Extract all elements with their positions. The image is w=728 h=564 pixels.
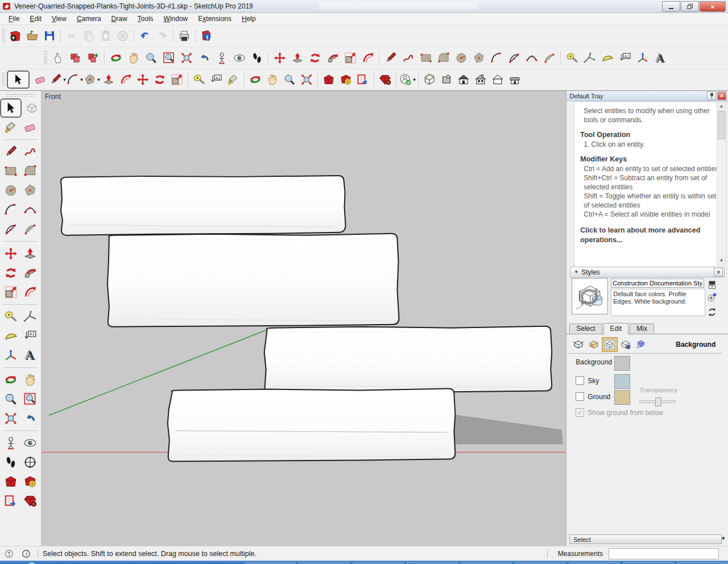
scrollbar-thumb[interactable]: [718, 111, 725, 139]
expand-arrow-icon[interactable]: ▼: [721, 536, 726, 541]
previous-view-button[interactable]: [195, 49, 213, 67]
model-canvas[interactable]: Front: [42, 91, 566, 546]
ground-checkbox[interactable]: [576, 392, 584, 401]
pie-button[interactable]: [21, 220, 39, 238]
3d-warehouse-button[interactable]: [320, 71, 337, 88]
background-settings-button[interactable]: [602, 337, 618, 352]
styles-close-button[interactable]: ×: [714, 268, 723, 276]
3d-text-button[interactable]: [21, 346, 39, 364]
rotated-rectangle-button[interactable]: [435, 49, 452, 67]
tape-measure-button[interactable]: [563, 49, 581, 67]
look-around-button[interactable]: [21, 434, 39, 452]
paint-bucket-button[interactable]: [225, 71, 242, 88]
undo-button[interactable]: [136, 27, 154, 44]
freehand-button[interactable]: [399, 49, 417, 67]
text-button[interactable]: [616, 49, 634, 67]
pin-button[interactable]: [707, 92, 716, 100]
hand-select-button[interactable]: [49, 49, 67, 67]
tab-select[interactable]: Select: [569, 324, 602, 334]
pan-button[interactable]: [264, 71, 281, 88]
push-pull-button[interactable]: [100, 71, 117, 88]
view-front-button[interactable]: [455, 71, 472, 88]
look-around-button[interactable]: [230, 49, 248, 67]
menu-file[interactable]: File: [3, 14, 24, 24]
menu-draw[interactable]: Draw: [106, 14, 133, 24]
rectangle-button[interactable]: [417, 49, 435, 67]
windows-taskbar[interactable]: [0, 561, 728, 564]
show-ground-checkbox[interactable]: ✓: [576, 408, 584, 417]
push-pull-button[interactable]: [21, 244, 39, 263]
zoom-extents-button[interactable]: [2, 409, 20, 428]
paint-bucket-button[interactable]: [2, 118, 20, 136]
eraser-button[interactable]: [21, 118, 39, 136]
ground-color-swatch[interactable]: [614, 390, 630, 405]
3d-text-button[interactable]: [651, 49, 669, 67]
send-to-layout-button[interactable]: [2, 492, 20, 510]
open-button[interactable]: [24, 27, 41, 44]
zoom-button[interactable]: [142, 49, 160, 67]
tray-close-button[interactable]: ×: [717, 92, 726, 100]
menu-extensions[interactable]: Extensions: [193, 14, 237, 24]
toolbar-grip[interactable]: [44, 51, 47, 65]
dimension-button[interactable]: [21, 308, 39, 326]
3d-warehouse-button[interactable]: [2, 472, 20, 491]
position-camera-button[interactable]: [2, 434, 20, 452]
position-texture-button[interactable]: [67, 49, 84, 67]
face-settings-button[interactable]: [586, 338, 601, 351]
geolocation-button[interactable]: [3, 548, 15, 559]
dropdown-arrow-icon[interactable]: ▾: [413, 77, 416, 82]
close-button[interactable]: ×: [700, 1, 726, 12]
scale-button[interactable]: [341, 49, 359, 67]
two-point-arc-button[interactable]: [487, 49, 505, 67]
menu-view[interactable]: View: [47, 14, 72, 24]
previous-view-button[interactable]: [21, 409, 39, 428]
send-to-layout-button[interactable]: [354, 71, 371, 88]
section-plane-button[interactable]: [21, 453, 39, 471]
protractor-button[interactable]: [598, 49, 616, 67]
menu-tools[interactable]: Tools: [133, 14, 159, 24]
offset-button[interactable]: [359, 49, 377, 67]
line-button[interactable]: [382, 49, 399, 67]
axes-button[interactable]: [634, 49, 651, 67]
print-button[interactable]: [176, 27, 193, 44]
freehand-button[interactable]: [21, 143, 39, 161]
select-button[interactable]: [0, 98, 22, 118]
tab-edit[interactable]: Edit: [603, 323, 629, 334]
follow-me-button[interactable]: [21, 264, 39, 282]
follow-me-button[interactable]: [324, 49, 341, 67]
toolbar-grip[interactable]: [6, 93, 35, 97]
menu-window[interactable]: Window: [159, 14, 193, 24]
zoom-button[interactable]: [281, 71, 298, 88]
title-bar[interactable]: Veneer-Quarried-Snapped-Planks-Tight-Joi…: [0, 0, 728, 13]
toolbar-grip[interactable]: [2, 28, 5, 43]
view-back-button[interactable]: [489, 71, 506, 88]
move-button[interactable]: [134, 71, 151, 88]
update-style-button[interactable]: [706, 306, 718, 318]
plank-second[interactable]: [107, 234, 399, 327]
text-button[interactable]: [21, 327, 39, 345]
toolbar-grip[interactable]: [2, 72, 5, 87]
position-camera-button[interactable]: [213, 49, 230, 67]
three-point-arc-button[interactable]: [523, 49, 540, 67]
offset-button[interactable]: [117, 71, 134, 88]
collapse-triangle-icon[interactable]: ▼: [574, 269, 578, 275]
circle-button[interactable]: [452, 49, 470, 67]
extension-warehouse-button[interactable]: [377, 71, 394, 88]
watermark-settings-button[interactable]: [618, 338, 633, 351]
sector-button[interactable]: [540, 49, 558, 67]
view-right-button[interactable]: [472, 71, 489, 88]
walk-button[interactable]: [2, 453, 20, 471]
pan-button[interactable]: [125, 49, 142, 67]
rotate-button[interactable]: [306, 49, 324, 67]
arc-button[interactable]: ▾: [66, 71, 83, 88]
menu-edit[interactable]: Edit: [24, 14, 47, 24]
zoom-window-button[interactable]: [160, 49, 177, 67]
background-color-swatch[interactable]: [614, 356, 630, 371]
line-button[interactable]: ▾: [49, 71, 66, 88]
scale-button[interactable]: [168, 71, 185, 88]
make-component-button[interactable]: [23, 99, 41, 117]
dimension-button[interactable]: [581, 49, 598, 67]
text-button[interactable]: [208, 71, 225, 88]
menu-help[interactable]: Help: [237, 14, 261, 24]
select-button[interactable]: [7, 70, 30, 89]
